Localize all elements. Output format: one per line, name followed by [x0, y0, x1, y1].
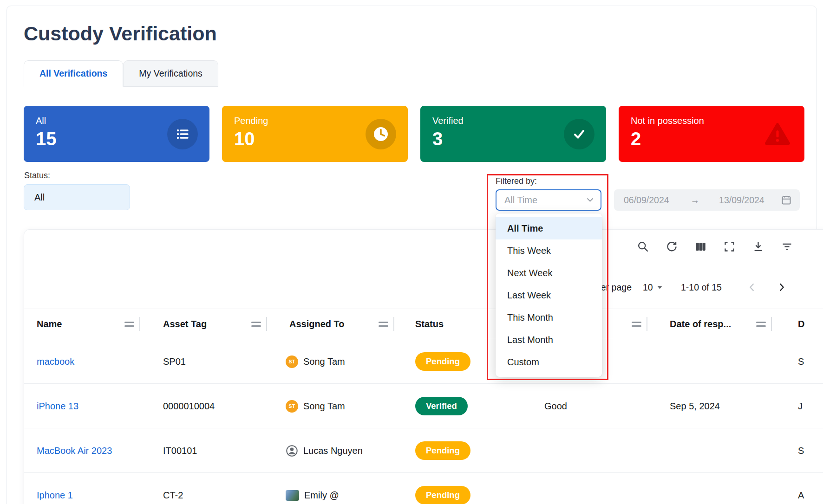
table-row: MacBook Air 2023 IT00101 Lucas Nguyen Pe…: [24, 428, 823, 473]
avatar: ST: [286, 355, 298, 368]
dropdown-option-this-month[interactable]: This Month: [496, 306, 602, 329]
column-header-asset-tag[interactable]: Asset Tag: [163, 309, 207, 339]
status-filter-value: All: [34, 192, 45, 203]
clock-icon: [366, 119, 396, 149]
column-header-cut[interactable]: D: [798, 309, 804, 339]
page-title: Custody Verification: [24, 22, 217, 45]
column-header-date-of-resp[interactable]: Date of resp...: [670, 309, 731, 339]
stat-cards: All 15 Pending 10 Verified 3: [24, 106, 804, 162]
warning-triangle-icon: [762, 119, 793, 149]
stat-card-pending[interactable]: Pending 10: [222, 106, 408, 162]
status-badge: Pending: [415, 441, 470, 460]
asset-tag-cell: CT-2: [163, 473, 183, 504]
avatar: ST: [286, 400, 298, 413]
calendar-icon: [781, 194, 792, 206]
check-circle-icon: [564, 119, 594, 149]
prev-page-button[interactable]: [745, 277, 759, 297]
asset-tag-cell: SP01: [163, 339, 186, 384]
refresh-icon[interactable]: [665, 240, 678, 253]
dropdown-option-next-week[interactable]: Next Week: [496, 262, 602, 284]
column-resize-handle[interactable]: [124, 309, 140, 339]
cut-column-cell: J: [798, 384, 803, 428]
dropdown-option-last-month[interactable]: Last Month: [496, 329, 602, 351]
table-row: macbook SP01 ST Song Tam Pending S: [24, 339, 823, 384]
status-filter-label: Status:: [24, 171, 50, 181]
avatar-photo: [286, 490, 299, 501]
search-icon[interactable]: [636, 240, 649, 253]
status-badge: Pending: [415, 486, 470, 504]
cut-column-cell: S: [798, 339, 804, 384]
columns-icon[interactable]: [694, 240, 707, 253]
column-resize-handle[interactable]: [251, 309, 267, 339]
assignee-name: Song Tam: [303, 401, 345, 412]
page-size-select[interactable]: 10: [643, 277, 662, 297]
condition-cell: Good: [544, 384, 567, 428]
caret-down-icon: [657, 286, 662, 289]
stat-card-all[interactable]: All 15: [24, 106, 209, 162]
download-icon[interactable]: [751, 240, 764, 253]
column-resize-handle[interactable]: [756, 309, 772, 339]
filtered-by-select[interactable]: All Time: [496, 189, 601, 211]
date-range-input[interactable]: 06/09/2024 → 13/09/2024: [614, 189, 800, 211]
date-range-arrow: →: [691, 195, 700, 206]
filtered-by-label: Filtered by:: [496, 176, 537, 186]
column-header-name[interactable]: Name: [37, 309, 62, 339]
assigned-to-cell: ST Song Tam: [286, 339, 345, 384]
asset-link[interactable]: macbook: [37, 356, 74, 367]
tab-all-verifications[interactable]: All Verifications: [24, 60, 123, 87]
table-header-row: Name Asset Tag Assigned To Status Date o…: [24, 309, 823, 339]
filter-icon[interactable]: [780, 240, 793, 253]
table-pagination: Rows per page 10 1-10 of 15: [24, 277, 823, 297]
list-icon: [167, 119, 198, 149]
date-of-resp-cell: Sep 5, 2024: [670, 384, 720, 428]
person-icon: [286, 445, 298, 457]
filter-dropdown-menu: All Time This Week Next Week Last Week T…: [496, 213, 602, 377]
table-row: Iphone 1 CT-2 Emily @ Pending A: [24, 473, 823, 504]
date-from-value: 06/09/2024: [624, 195, 669, 206]
dropdown-option-last-week[interactable]: Last Week: [496, 284, 602, 306]
dropdown-option-custom[interactable]: Custom: [496, 351, 602, 373]
status-badge: Pending: [415, 352, 470, 371]
status-badge: Verified: [415, 397, 468, 415]
table-row: iPhone 13 0000010004 ST Song Tam Verifie…: [24, 384, 823, 428]
assignee-name: Emily @: [304, 490, 339, 501]
asset-tag-cell: IT00101: [163, 428, 197, 473]
chevron-down-icon: [587, 198, 594, 202]
stat-card-not-in-possession[interactable]: Not in possession 2: [619, 106, 804, 162]
asset-tag-cell: 0000010004: [163, 384, 215, 428]
verifications-table: Rows per page 10 1-10 of 15 Name Asset T…: [24, 229, 823, 504]
column-header-status[interactable]: Status: [415, 309, 444, 339]
asset-link[interactable]: iPhone 13: [37, 401, 78, 412]
page-size-value: 10: [643, 282, 653, 293]
tab-my-verifications[interactable]: My Verifications: [123, 60, 218, 87]
asset-link[interactable]: Iphone 1: [37, 490, 73, 501]
asset-link[interactable]: MacBook Air 2023: [37, 446, 112, 456]
tab-bar: All Verifications My Verifications: [24, 60, 218, 87]
column-resize-handle[interactable]: [379, 309, 394, 339]
status-filter-select[interactable]: All: [24, 184, 130, 210]
next-page-button[interactable]: [775, 277, 789, 297]
fullscreen-icon[interactable]: [723, 240, 736, 253]
assignee-name: Song Tam: [303, 356, 345, 367]
filtered-by-value: All Time: [504, 195, 537, 206]
pagination-range: 1-10 of 15: [681, 277, 722, 297]
cut-column-cell: S: [798, 428, 804, 473]
table-toolbar: [636, 240, 793, 253]
assignee-name: Lucas Nguyen: [303, 446, 363, 456]
assigned-to-cell: Lucas Nguyen: [286, 428, 363, 473]
assigned-to-cell: Emily @: [286, 473, 339, 504]
date-to-value: 13/09/2024: [719, 195, 764, 206]
column-resize-handle[interactable]: [632, 309, 647, 339]
stat-card-verified[interactable]: Verified 3: [420, 106, 606, 162]
assigned-to-cell: ST Song Tam: [286, 384, 345, 428]
column-header-assigned-to[interactable]: Assigned To: [289, 309, 345, 339]
dropdown-option-all-time[interactable]: All Time: [496, 217, 602, 239]
dropdown-option-this-week[interactable]: This Week: [496, 239, 602, 262]
cut-column-cell: A: [798, 473, 804, 504]
